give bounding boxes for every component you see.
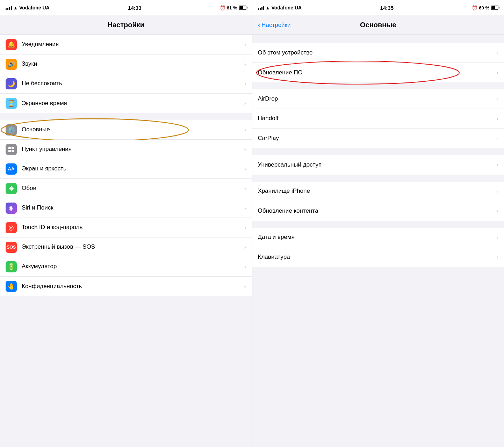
datetime-label: Дата и время (258, 233, 494, 241)
right-section-2: AirDrop › Handoff › CarPlay › (252, 89, 504, 148)
siri-chevron: › (244, 205, 246, 212)
wallpaper-label: Обои (22, 184, 242, 192)
row-handoff[interactable]: Handoff › (252, 109, 504, 129)
privacy-icon: 🤚 (6, 281, 17, 292)
storage-chevron: › (496, 188, 498, 195)
row-touchid[interactable]: ◎ Touch ID и код-пароль › (0, 218, 252, 237)
notifications-icon: 🔔 (6, 39, 17, 50)
row-bg-refresh[interactable]: Обновление контента › (252, 201, 504, 221)
row-dnd[interactable]: 🌙 Не беспокоить › (0, 74, 252, 94)
row-battery[interactable]: 🔋 Аккумулятор › (0, 257, 252, 277)
battery-chevron: › (244, 263, 246, 270)
right-carrier-name: Vodafone UA (271, 5, 302, 10)
row-screentime[interactable]: ⏳ Экранное время › (0, 94, 252, 113)
storage-label: Хранилище iPhone (258, 187, 494, 195)
privacy-chevron: › (244, 283, 246, 290)
wallpaper-icon: ❋ (6, 183, 17, 194)
row-wallpaper[interactable]: ❋ Обои › (0, 179, 252, 198)
left-status-right: ⏰ 61 % (220, 5, 246, 10)
battery-percent-left: 61 % (227, 5, 237, 10)
back-chevron-icon: ‹ (258, 21, 260, 29)
battery-percent-right: 60 % (479, 5, 489, 10)
right-status-right: ⏰ 60 % (472, 5, 498, 10)
right-panel: ▲ Vodafone UA 14:35 ⏰ 60 % ‹ Настройки О… (252, 0, 504, 447)
right-signal-icon (258, 6, 264, 10)
row-datetime[interactable]: Дата и время › (252, 228, 504, 247)
row-accessibility[interactable]: Универсальный доступ › (252, 155, 504, 175)
row-about[interactable]: Об этом устройстве › (252, 43, 504, 63)
carrier-name: Vodafone UA (19, 5, 50, 10)
left-status-bar: ▲ Vodafone UA 14:33 ⏰ 61 % (0, 0, 252, 15)
svg-rect-2 (12, 147, 14, 149)
right-sep-2 (252, 148, 504, 155)
notifications-chevron: › (244, 41, 246, 48)
sounds-icon: 🔊 (6, 59, 17, 70)
controlcenter-label: Пункт управления (22, 145, 242, 153)
row-sounds[interactable]: 🔊 Звуки › (0, 54, 252, 74)
siri-icon: ◉ (6, 203, 17, 214)
row-storage[interactable]: Хранилище iPhone › (252, 182, 504, 201)
privacy-label: Конфиденциальность (22, 283, 242, 290)
dnd-chevron: › (244, 80, 246, 87)
row-airdrop[interactable]: AirDrop › (252, 89, 504, 109)
general-label: Основные (22, 126, 242, 133)
right-section-1: Об этом устройстве › Обновление ПО › (252, 43, 504, 82)
right-section-4: Хранилище iPhone › Обновление контента › (252, 182, 504, 221)
screentime-icon: ⏳ (6, 98, 17, 109)
left-settings-list: 🔔 Уведомления › 🔊 Звуки › 🌙 Не беспокоит… (0, 35, 252, 447)
row-carplay[interactable]: CarPlay › (252, 129, 504, 148)
back-label: Настройки (261, 22, 290, 29)
general-chevron: › (244, 126, 246, 133)
carplay-label: CarPlay (258, 134, 494, 142)
sos-chevron: › (244, 244, 246, 251)
display-icon: AA (6, 163, 17, 175)
back-button[interactable]: ‹ Настройки (258, 21, 291, 29)
right-time: 14:35 (380, 5, 394, 11)
software-update-label: Обновление ПО (258, 69, 494, 76)
carplay-chevron: › (496, 135, 498, 142)
controlcenter-icon (6, 144, 17, 155)
general-icon: ⚙️ (6, 124, 17, 135)
alarm-icon: ⏰ (220, 5, 225, 10)
right-wifi-icon: ▲ (266, 5, 270, 10)
row-software-update[interactable]: Обновление ПО › (252, 63, 504, 82)
row-notifications[interactable]: 🔔 Уведомления › (0, 35, 252, 54)
sounds-chevron: › (244, 61, 246, 68)
left-status-left: ▲ Vodafone UA (6, 5, 50, 10)
wifi-icon: ▲ (13, 5, 18, 10)
bg-refresh-chevron: › (496, 207, 498, 214)
left-section-1: ⚙️ Основные › Пункт управления › AA Экра… (0, 120, 252, 296)
battery-icon-right (491, 6, 498, 10)
controlcenter-chevron: › (244, 146, 246, 153)
notifications-label: Уведомления (22, 41, 242, 48)
row-keyboard[interactable]: Клавиатура › (252, 247, 504, 267)
about-chevron: › (496, 50, 498, 57)
sos-icon: SOS (6, 242, 17, 253)
battery-icon-left (239, 6, 246, 10)
display-chevron: › (244, 166, 246, 173)
row-privacy[interactable]: 🤚 Конфиденциальность › (0, 277, 252, 296)
right-page-title: Основные (360, 21, 396, 29)
svg-rect-3 (8, 150, 11, 152)
svg-rect-1 (8, 147, 11, 149)
row-sos[interactable]: SOS Экстренный вызов — SOS › (0, 237, 252, 257)
left-time: 14:33 (128, 5, 141, 11)
accessibility-label: Универсальный доступ (258, 161, 494, 169)
right-alarm-icon: ⏰ (472, 5, 477, 10)
right-top-sep (252, 35, 504, 43)
right-sep-1 (252, 82, 504, 89)
handoff-label: Handoff (258, 115, 494, 122)
row-display[interactable]: AA Экран и яркость › (0, 159, 252, 179)
right-section-3: Универсальный доступ › (252, 155, 504, 175)
dnd-icon: 🌙 (6, 78, 17, 89)
display-label: Экран и яркость (22, 165, 242, 173)
right-status-left: ▲ Vodafone UA (258, 5, 302, 10)
right-sep-4 (252, 221, 504, 228)
sounds-label: Звуки (22, 60, 242, 68)
sos-label: Экстренный вызов — SOS (22, 243, 242, 251)
row-siri[interactable]: ◉ Siri и Поиск › (0, 198, 252, 218)
bg-refresh-label: Обновление контента (258, 207, 494, 215)
row-general[interactable]: ⚙️ Основные › (0, 120, 252, 140)
left-page-title: Настройки (107, 21, 144, 29)
row-controlcenter[interactable]: Пункт управления › (0, 140, 252, 159)
